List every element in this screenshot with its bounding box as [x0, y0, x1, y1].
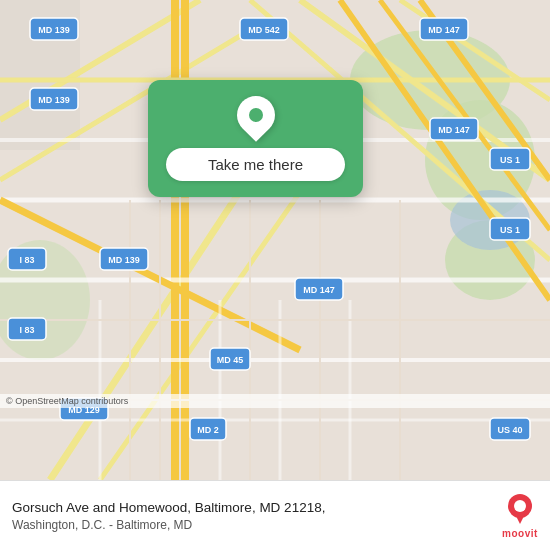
svg-text:MD 139: MD 139 [108, 255, 140, 265]
moovit-brand-text: moovit [502, 528, 538, 539]
svg-text:MD 2: MD 2 [197, 425, 219, 435]
moovit-logo-icon [502, 492, 538, 528]
svg-text:US 40: US 40 [497, 425, 522, 435]
attribution-text: © OpenStreetMap contributors [6, 396, 128, 406]
svg-text:MD 139: MD 139 [38, 95, 70, 105]
svg-text:I 83: I 83 [19, 325, 34, 335]
svg-text:US 1: US 1 [500, 155, 520, 165]
moovit-logo: moovit [502, 492, 538, 539]
location-region: Washington, D.C. - Baltimore, MD [12, 518, 492, 532]
map-pin-icon [229, 88, 283, 142]
svg-text:MD 45: MD 45 [217, 355, 244, 365]
location-address: Gorsuch Ave and Homewood, Baltimore, MD … [12, 499, 492, 517]
location-popup: Take me there [148, 80, 363, 197]
take-me-there-button[interactable]: Take me there [166, 148, 345, 181]
map-attribution: © OpenStreetMap contributors [0, 394, 550, 408]
map-view[interactable]: MD 139 MD 139 MD 542 MD 147 MD 147 US 1 … [0, 0, 550, 480]
svg-text:MD 147: MD 147 [303, 285, 335, 295]
svg-text:MD 139: MD 139 [38, 25, 70, 35]
svg-text:MD 542: MD 542 [248, 25, 280, 35]
svg-text:MD 147: MD 147 [438, 125, 470, 135]
svg-point-68 [514, 500, 526, 512]
svg-text:I 83: I 83 [19, 255, 34, 265]
svg-marker-69 [515, 514, 525, 524]
location-info: Gorsuch Ave and Homewood, Baltimore, MD … [12, 499, 492, 533]
svg-text:MD 147: MD 147 [428, 25, 460, 35]
bottom-info-bar: Gorsuch Ave and Homewood, Baltimore, MD … [0, 480, 550, 550]
map-pin-center [249, 108, 263, 122]
svg-text:US 1: US 1 [500, 225, 520, 235]
